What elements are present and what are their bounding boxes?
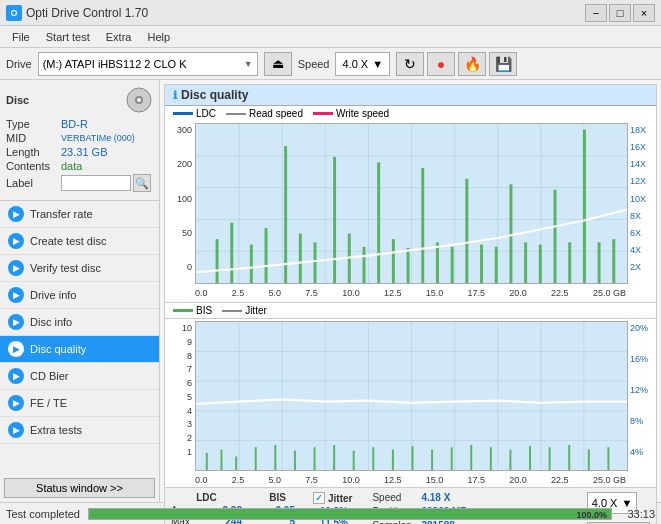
svg-rect-69 [412, 446, 414, 470]
samples-label: Samples [372, 520, 417, 524]
eject-button[interactable]: ⏏ [264, 52, 292, 76]
svg-point-2 [137, 98, 141, 102]
right-panel: ℹ Disc quality LDC Read speed Write spee… [160, 80, 661, 502]
maximize-button[interactable]: □ [609, 4, 631, 22]
sidebar-item-verify-test-disc[interactable]: ▶ Verify test disc [0, 255, 159, 282]
bottom-y-axis-left: 10 9 8 7 6 5 4 3 2 1 [165, 321, 195, 471]
bottom-chart-area [195, 321, 628, 471]
extra-tests-icon: ▶ [8, 422, 24, 438]
top-y-axis-left: 300 200 100 50 0 [165, 123, 195, 284]
disc-panel: Disc Type BD-R MID VERBATIMe (000) Lengt… [0, 80, 159, 201]
svg-rect-58 [206, 453, 208, 470]
status-text: Test completed [6, 508, 80, 520]
sidebar-item-cd-bier[interactable]: ▶ CD Bier [0, 363, 159, 390]
contents-value: data [61, 160, 82, 172]
svg-rect-22 [299, 234, 302, 283]
drive-label: Drive [6, 58, 32, 70]
bis-header: BIS [260, 492, 295, 503]
speed-value: 4.0 X [342, 58, 368, 70]
menu-start-test[interactable]: Start test [38, 29, 98, 45]
svg-rect-75 [529, 446, 531, 470]
svg-rect-74 [509, 450, 511, 470]
menu-help[interactable]: Help [139, 29, 178, 45]
svg-rect-31 [436, 242, 439, 283]
svg-rect-40 [568, 242, 571, 283]
read-speed-color [226, 113, 246, 115]
ldc-label: LDC [196, 108, 216, 119]
jitter-legend: Jitter [222, 305, 267, 316]
label-search-button[interactable]: 🔍 [133, 174, 151, 192]
svg-rect-65 [333, 445, 335, 470]
menu-file[interactable]: File [4, 29, 38, 45]
sidebar-item-drive-info[interactable]: ▶ Drive info [0, 282, 159, 309]
svg-rect-26 [363, 247, 366, 283]
app-icon: O [6, 5, 22, 21]
sidebar-item-label: Verify test disc [30, 262, 101, 274]
svg-rect-38 [539, 245, 542, 283]
menubar: File Start test Extra Help [0, 26, 661, 48]
disc-panel-title: Disc [6, 94, 29, 106]
sidebar-item-label: Disc quality [30, 343, 86, 355]
chart-header: ℹ Disc quality [165, 85, 656, 106]
sidebar-item-create-test-disc[interactable]: ▶ Create test disc [0, 228, 159, 255]
status-window-button[interactable]: Status window >> [4, 478, 155, 498]
jitter-label: Jitter [245, 305, 267, 316]
svg-rect-66 [353, 451, 355, 470]
top-chart: 300 200 100 50 0 [165, 121, 656, 286]
verify-test-disc-icon: ▶ [8, 260, 24, 276]
top-chart-area [195, 123, 628, 284]
sidebar-item-label: Extra tests [30, 424, 82, 436]
main-content: Disc Type BD-R MID VERBATIMe (000) Lengt… [0, 80, 661, 502]
close-button[interactable]: × [633, 4, 655, 22]
ldc-legend: LDC [173, 108, 216, 119]
sidebar-item-label: Disc info [30, 316, 72, 328]
save-button[interactable]: 💾 [489, 52, 517, 76]
svg-rect-37 [524, 242, 527, 283]
write-speed-label: Write speed [336, 108, 389, 119]
sidebar-item-disc-info[interactable]: ▶ Disc info [0, 309, 159, 336]
bis-legend: BIS [173, 305, 212, 316]
type-value: BD-R [61, 118, 88, 130]
svg-rect-60 [235, 456, 237, 470]
refresh-button[interactable]: ↻ [396, 52, 424, 76]
titlebar-title: Opti Drive Control 1.70 [26, 6, 148, 20]
svg-rect-68 [392, 450, 394, 470]
sidebar-item-extra-tests[interactable]: ▶ Extra tests [0, 417, 159, 444]
write-speed-legend: Write speed [313, 108, 389, 119]
svg-rect-23 [314, 242, 317, 283]
label-input[interactable] [61, 175, 131, 191]
svg-rect-29 [407, 248, 410, 283]
sidebar-item-disc-quality[interactable]: ▶ Disc quality [0, 336, 159, 363]
mid-value: VERBATIMe (000) [61, 133, 135, 143]
disc-icon-button[interactable]: ● [427, 52, 455, 76]
fe-te-icon: ▶ [8, 395, 24, 411]
svg-rect-35 [495, 247, 498, 283]
chart-icon: ℹ [173, 89, 177, 102]
drive-select[interactable]: (M:) ATAPI iHBS112 2 CLO K ▼ [38, 52, 258, 76]
sidebar-item-fe-te[interactable]: ▶ FE / TE [0, 390, 159, 417]
top-x-axis: 0.0 2.5 5.0 7.5 10.0 12.5 15.0 17.5 20.0… [165, 286, 656, 300]
length-label: Length [6, 146, 61, 158]
cd-bier-icon: ▶ [8, 368, 24, 384]
menu-extra[interactable]: Extra [98, 29, 140, 45]
titlebar-controls: − □ × [585, 4, 655, 22]
svg-rect-62 [274, 445, 276, 470]
svg-rect-41 [583, 129, 586, 283]
svg-rect-18 [230, 223, 233, 283]
write-speed-color [313, 112, 333, 115]
bis-label: BIS [196, 305, 212, 316]
sidebar-item-transfer-rate[interactable]: ▶ Transfer rate [0, 201, 159, 228]
transfer-rate-icon: ▶ [8, 206, 24, 222]
svg-rect-72 [470, 445, 472, 470]
speed-select[interactable]: 4.0 X ▼ [335, 52, 390, 76]
burn-button[interactable]: 🔥 [458, 52, 486, 76]
svg-rect-70 [431, 450, 433, 470]
minimize-button[interactable]: − [585, 4, 607, 22]
jitter-checkbox[interactable]: ✓ [313, 492, 325, 504]
titlebar: O Opti Drive Control 1.70 − □ × [0, 0, 661, 26]
read-speed-label: Read speed [249, 108, 303, 119]
svg-rect-24 [333, 157, 336, 283]
create-test-disc-icon: ▶ [8, 233, 24, 249]
bottom-x-axis-labels: 0.0 2.5 5.0 7.5 10.0 12.5 15.0 17.5 20.0… [195, 473, 626, 487]
drivebar-icons: ↻ ● 🔥 💾 [396, 52, 517, 76]
